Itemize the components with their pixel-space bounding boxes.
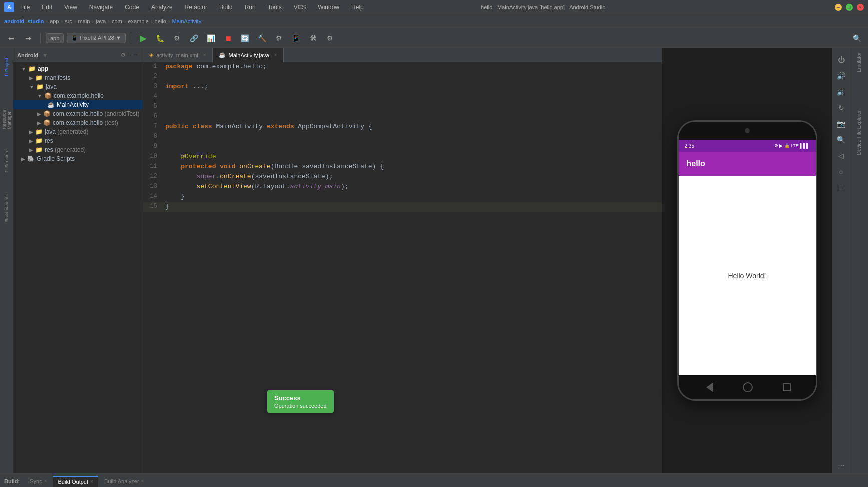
menu-tools[interactable]: Tools <box>266 3 284 12</box>
project-panel-minimize-icon[interactable]: ─ <box>135 52 139 58</box>
breadcrumb-java[interactable]: java <box>96 18 106 24</box>
editor-area: ◈ activity_main.xml × ☕ MainActivity.jav… <box>143 48 662 473</box>
breadcrumb-example[interactable]: example <box>128 18 149 24</box>
phone-screen: 2:35 ⚙ ▶ 🔒 LTE ▌▌▌ hello Hello World! <box>679 140 816 375</box>
recents-nav-button[interactable] <box>783 383 791 391</box>
profile-button[interactable]: 📊 <box>204 31 218 45</box>
tab-label: activity_main.xml <box>156 52 198 58</box>
more-options-button[interactable]: ⋯ <box>834 458 849 473</box>
overview-button[interactable]: □ <box>834 180 849 195</box>
nav-back-button[interactable]: ⬅ <box>4 31 18 45</box>
build-analyzer-tab[interactable]: Build Analyzer × <box>99 476 149 486</box>
close-xml-tab-button[interactable]: × <box>203 52 206 58</box>
menu-edit[interactable]: Edit <box>40 3 54 12</box>
build-output-tab-close[interactable]: × <box>90 479 93 484</box>
menu-build[interactable]: Build <box>217 3 235 12</box>
menu-file[interactable]: File <box>18 3 32 12</box>
emulator-label[interactable]: Emulator <box>856 48 862 76</box>
tree-item-java-generated[interactable]: ▶ 📁 java (generated) <box>13 127 143 136</box>
debug-button[interactable]: 🐛 <box>153 31 167 45</box>
phone-camera <box>745 128 750 133</box>
build-output-tab[interactable]: Build Output × <box>53 476 98 487</box>
toolbar-sep-1 <box>40 33 41 43</box>
project-panel-settings-icon[interactable]: ≡ <box>129 52 132 58</box>
tree-item-java[interactable]: ▼ 📁 java <box>13 82 143 91</box>
back-nav-button[interactable] <box>703 382 713 392</box>
menu-run[interactable]: Run <box>243 3 258 12</box>
sync-button[interactable]: 🔄 <box>238 31 252 45</box>
app-selector[interactable]: app <box>46 33 64 43</box>
maximize-button[interactable]: □ <box>846 4 853 11</box>
avd-button[interactable]: 📱 <box>289 31 303 45</box>
menu-help[interactable]: Help <box>349 3 366 12</box>
menu-analyze[interactable]: Analyze <box>149 3 175 12</box>
breadcrumb-src[interactable]: src <box>65 18 72 24</box>
phone-device: 2:35 ⚙ ▶ 🔒 LTE ▌▌▌ hello Hello World! <box>677 120 817 401</box>
close-button[interactable]: × <box>857 4 864 11</box>
rotate-button[interactable]: ↻ <box>834 100 849 115</box>
tree-item-label: app <box>38 65 48 72</box>
tree-item-test[interactable]: ▶ 📦 com.example.hello (test) <box>13 118 143 127</box>
breadcrumb-hello[interactable]: hello <box>155 18 166 24</box>
zoom-in-button[interactable]: 🔍 <box>834 132 849 147</box>
menu-view[interactable]: View <box>62 3 79 12</box>
breadcrumb-android-studio[interactable]: android_studio <box>4 18 44 24</box>
run-with-coverage-button[interactable]: ⚙ <box>170 31 184 45</box>
structure-tool-window[interactable]: 2: Structure <box>1 146 12 176</box>
expand-icon: ▼ <box>37 93 42 99</box>
menu-window[interactable]: Window <box>316 3 341 12</box>
sync-tab-close[interactable]: × <box>44 478 47 484</box>
settings-button[interactable]: ⚙ <box>323 31 337 45</box>
breadcrumb-mainactivity[interactable]: MainActivity <box>172 18 202 24</box>
tree-item-gradle-scripts[interactable]: ▶ 🐘 Gradle Scripts <box>13 154 143 163</box>
code-editor[interactable]: 1 package com.example.hello; 2 3 import … <box>143 62 662 473</box>
close-java-tab-button[interactable]: × <box>274 52 277 58</box>
breadcrumb-app[interactable]: app <box>50 18 59 24</box>
sync-tab[interactable]: Sync × <box>25 476 52 486</box>
search-everywhere-button[interactable]: 🔍 <box>850 31 864 45</box>
tree-item-res-generated[interactable]: ▶ 📁 res (generated) <box>13 145 143 154</box>
breadcrumb-com[interactable]: com <box>112 18 122 24</box>
tree-item-com-example-hello[interactable]: ▼ 📦 com.example.hello <box>13 91 143 100</box>
nav-forward-button[interactable]: ➡ <box>21 31 35 45</box>
expand-icon: ▶ <box>29 138 33 144</box>
breadcrumb-main[interactable]: main <box>78 18 90 24</box>
folder-icon: 📁 <box>35 128 43 135</box>
tree-item-androidtest[interactable]: ▶ 📦 com.example.hello (androidTest) <box>13 109 143 118</box>
home-nav-button[interactable] <box>743 382 753 392</box>
tree-item-app[interactable]: ▼ 📁 app <box>13 64 143 73</box>
menu-vcs[interactable]: VCS <box>292 3 308 12</box>
phone-top-bezel <box>679 122 816 140</box>
tree-item-manifests[interactable]: ▶ 📁 manifests <box>13 73 143 82</box>
attach-debugger-button[interactable]: 🔗 <box>187 31 201 45</box>
resource-manager[interactable]: Resource Manager <box>1 99 12 129</box>
build-button[interactable]: 🔨 <box>255 31 269 45</box>
volume-down-button[interactable]: 🔉 <box>834 84 849 99</box>
project-panel-gear-icon[interactable]: ⚙ <box>121 52 126 58</box>
volume-up-button[interactable]: 🔊 <box>834 68 849 83</box>
screenshot-button[interactable]: 📷 <box>834 116 849 131</box>
menu-code[interactable]: Code <box>123 3 141 12</box>
build-analyzer-tab-close[interactable]: × <box>141 478 144 484</box>
menu-refactor[interactable]: Refactor <box>183 3 209 12</box>
device-selector[interactable]: 📱 Pixel 2 API 28 ▼ <box>67 33 126 43</box>
minimize-button[interactable]: ─ <box>835 4 842 11</box>
home-button[interactable]: ○ <box>834 164 849 179</box>
sdk-button[interactable]: 🛠 <box>306 31 320 45</box>
tree-item-res[interactable]: ▶ 📁 res <box>13 136 143 145</box>
stop-button[interactable]: ⏹ <box>221 31 235 45</box>
tab-activity-main-xml[interactable]: ◈ activity_main.xml × <box>143 48 213 62</box>
gradle-button[interactable]: ⚙ <box>272 31 286 45</box>
line-number: 9 <box>143 142 163 152</box>
device-file-explorer-label[interactable]: Device File Explorer <box>856 106 862 159</box>
tab-mainactivity-java[interactable]: ☕ MainActivity.java × <box>213 48 284 62</box>
run-button[interactable]: ▶ <box>136 31 150 45</box>
project-tool-window[interactable]: 1: Project <box>1 52 12 82</box>
build-variants[interactable]: Build Variants <box>1 193 12 223</box>
power-button[interactable]: ⏻ <box>834 52 849 67</box>
menu-navigate[interactable]: Navigate <box>87 3 115 12</box>
back-button[interactable]: ◁ <box>834 148 849 163</box>
tree-item-mainactivity[interactable]: ☕ MainActivity <box>13 100 143 109</box>
line-content: setContentView(R.layout.activity_main); <box>163 182 662 192</box>
code-line-6: 6 <box>143 112 662 122</box>
